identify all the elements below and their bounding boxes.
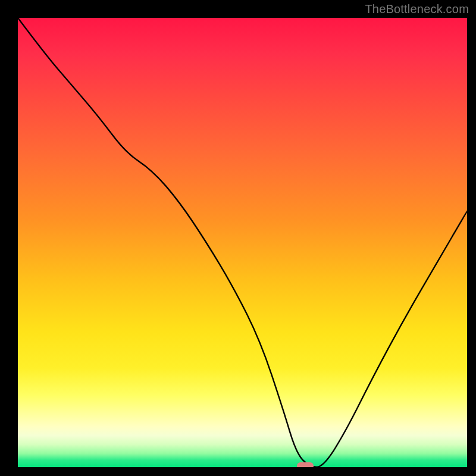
- plot-area: [18, 18, 467, 467]
- chart-frame: TheBottleneck.com: [0, 0, 476, 476]
- bottleneck-curve: [18, 18, 467, 467]
- minimum-marker: [297, 462, 314, 467]
- watermark-text: TheBottleneck.com: [365, 2, 469, 16]
- curve-path: [18, 18, 467, 467]
